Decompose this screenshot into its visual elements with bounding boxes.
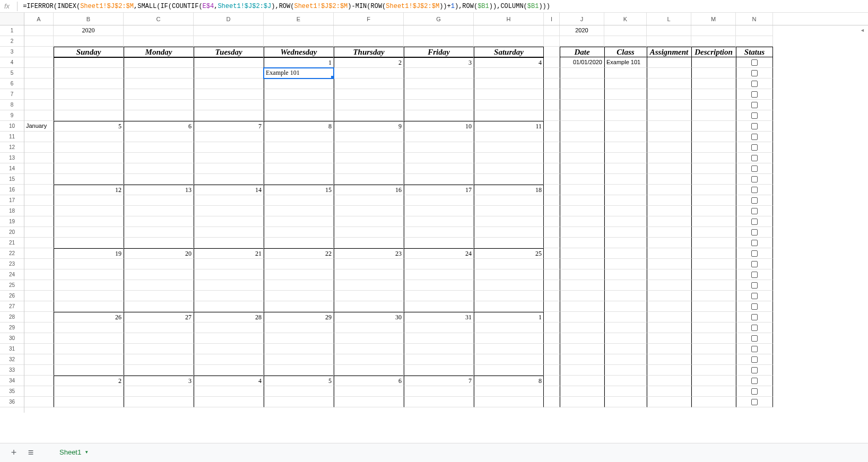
cell-H7[interactable] [474,89,544,100]
cell-B34[interactable]: 2 [54,376,124,386]
cell-A31[interactable] [24,344,54,354]
cell-M23[interactable] [691,259,736,269]
cell-L23[interactable] [647,259,691,269]
cell-D31[interactable] [194,344,264,354]
cell-H16[interactable]: 18 [474,185,544,195]
cell-H31[interactable] [474,344,544,354]
cell-H10[interactable]: 11 [474,121,544,132]
cell-H9[interactable] [474,110,544,121]
cell-D32[interactable] [194,354,264,365]
col-header-M[interactable]: M [691,13,736,25]
cell-F11[interactable] [334,132,404,142]
cell-M9[interactable] [691,110,736,121]
cell-B8[interactable] [54,100,124,110]
cell-N24[interactable] [736,269,773,280]
status-checkbox[interactable] [751,219,758,225]
cell-B11[interactable] [54,132,124,142]
cell-M24[interactable] [691,269,736,280]
cell-J31[interactable] [560,344,604,354]
cell-N21[interactable] [736,238,773,248]
cell-F32[interactable] [334,354,404,365]
cell-J33[interactable] [560,365,604,376]
cell-N2[interactable] [736,36,773,47]
cell-F9[interactable] [334,110,404,121]
cell-L19[interactable] [647,216,691,227]
row-header-8[interactable]: 8 [0,100,24,110]
cell-A27[interactable] [24,301,54,312]
cell-I17[interactable] [544,195,560,206]
cell-J25[interactable] [560,280,604,291]
cell-B18[interactable] [54,206,124,216]
row-header-34[interactable]: 34 [0,376,24,386]
cell-N10[interactable] [736,121,773,132]
cell-F6[interactable] [334,79,404,89]
cell-C13[interactable] [124,153,194,163]
cell-L20[interactable] [647,227,691,238]
cell-E9[interactable] [264,110,334,121]
status-checkbox[interactable] [751,144,758,151]
cell-K8[interactable] [604,100,647,110]
cell-F36[interactable] [334,397,404,407]
cell-I8[interactable] [544,100,560,110]
row-header-1[interactable]: 1 [0,25,24,36]
row-header-25[interactable]: 25 [0,280,24,291]
row-header-2[interactable]: 2 [0,36,24,47]
cell-F33[interactable] [334,365,404,376]
cell-M27[interactable] [691,301,736,312]
cell-H21[interactable] [474,238,544,248]
status-checkbox[interactable] [751,378,758,384]
cell-N32[interactable] [736,354,773,365]
cell-D10[interactable]: 7 [194,121,264,132]
cell-L22[interactable] [647,248,691,259]
status-checkbox[interactable] [751,282,758,289]
cell-J19[interactable] [560,216,604,227]
cell-E5[interactable]: Example 101 [264,68,334,79]
cell-M11[interactable] [691,132,736,142]
cell-E32[interactable] [264,354,334,365]
cell-K23[interactable] [604,259,647,269]
cell-J16[interactable] [560,185,604,195]
cell-J36[interactable] [560,397,604,407]
cell-C27[interactable] [124,301,194,312]
cell-K13[interactable] [604,153,647,163]
cell-A36[interactable] [24,397,54,407]
cell-J18[interactable] [560,206,604,216]
cell-M26[interactable] [691,291,736,301]
status-checkbox[interactable] [751,399,758,405]
cell-I14[interactable] [544,163,560,174]
cell-I2[interactable] [544,36,560,47]
cell-G32[interactable] [404,354,474,365]
cell-E6[interactable] [264,79,334,89]
cell-J24[interactable] [560,269,604,280]
cell-B1[interactable]: 2020 [54,25,124,36]
cell-F13[interactable] [334,153,404,163]
cell-H5[interactable] [474,68,544,79]
cell-K11[interactable] [604,132,647,142]
cell-L30[interactable] [647,333,691,344]
row-header-22[interactable]: 22 [0,248,24,259]
cell-N33[interactable] [736,365,773,376]
cell-D33[interactable] [194,365,264,376]
cell-A1[interactable] [24,25,54,36]
row-header-19[interactable]: 19 [0,216,24,227]
cell-B35[interactable] [54,386,124,397]
cell-G10[interactable]: 10 [404,121,474,132]
cell-D14[interactable] [194,163,264,174]
cell-K2[interactable] [604,36,647,47]
cell-D21[interactable] [194,238,264,248]
cell-D18[interactable] [194,206,264,216]
status-checkbox[interactable] [751,155,758,161]
cell-A2[interactable] [24,36,54,47]
cell-H34[interactable]: 8 [474,376,544,386]
cell-L21[interactable] [647,238,691,248]
cell-A32[interactable] [24,354,54,365]
cell-J7[interactable] [560,89,604,100]
cell-J21[interactable] [560,238,604,248]
cell-I19[interactable] [544,216,560,227]
cell-A19[interactable] [24,216,54,227]
cell-J34[interactable] [560,376,604,386]
cell-I22[interactable] [544,248,560,259]
status-checkbox[interactable] [751,91,758,98]
cell-C2[interactable] [124,36,194,47]
cell-E18[interactable] [264,206,334,216]
